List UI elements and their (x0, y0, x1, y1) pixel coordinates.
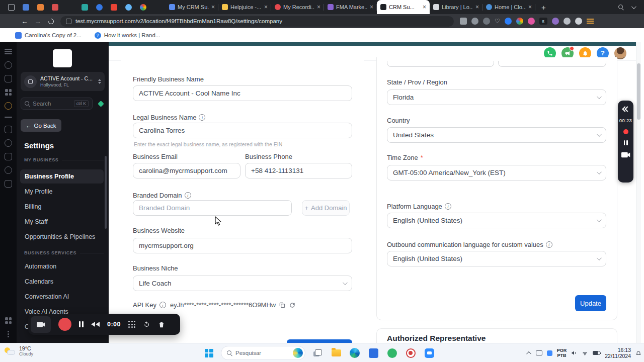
pinned-tab-icon-8[interactable] (125, 4, 132, 11)
battery-icon[interactable] (593, 351, 600, 355)
sidebar-item-opportunities-pipelines[interactable]: Opportunities & Pipelines (20, 230, 104, 244)
extension-icon-2[interactable] (505, 18, 512, 25)
update-button-left[interactable] (287, 339, 352, 343)
reload-button[interactable] (44, 19, 57, 24)
sidebar-item-calendars[interactable]: Calendars (20, 275, 104, 289)
add-domain-button[interactable]: Add Domain (302, 200, 350, 216)
rail-circle-icon[interactable] (5, 61, 12, 69)
rail-profile-icon[interactable] (5, 102, 12, 110)
back-button[interactable] (18, 18, 31, 25)
rail-media-icon[interactable] (5, 126, 12, 133)
pause-recording-icon[interactable] (624, 140, 628, 145)
zoom-app-button[interactable] (423, 346, 436, 359)
rail-box-icon[interactable] (5, 153, 12, 160)
restart-recording-icon[interactable] (143, 321, 150, 328)
sidebar-item-conversation-ai[interactable]: Conversation AI (20, 290, 104, 304)
browser-tab-1[interactable]: My CRM Su... (166, 0, 218, 14)
pause-button[interactable] (79, 321, 84, 327)
go-back-button[interactable]: Go Back (21, 119, 61, 132)
business-niche-select[interactable]: Life Coach (133, 276, 352, 291)
rewind-button[interactable] (91, 322, 100, 327)
start-button[interactable] (202, 346, 215, 359)
app-button-blue[interactable] (367, 346, 380, 359)
rail-doc-icon[interactable] (5, 180, 12, 188)
rail-clock-icon[interactable] (5, 139, 12, 147)
sidebar-item-business-profile[interactable]: Business Profile (20, 169, 104, 184)
extension-ft-badge-icon[interactable] (539, 18, 547, 25)
state-select[interactable]: Florida (387, 89, 606, 105)
taskbar-clock[interactable]: 16:13 22/11/2024 (605, 347, 631, 359)
pinned-tab-icon-6[interactable] (96, 4, 103, 11)
collapse-widget-icon[interactable] (623, 107, 629, 112)
forward-button[interactable] (31, 18, 44, 25)
info-icon[interactable] (159, 302, 166, 308)
friendly-name-input[interactable]: ACTIVE Account - Cool Name Inc (133, 85, 352, 101)
extension-icon-3[interactable] (516, 18, 523, 25)
tab-close-icon[interactable] (211, 4, 215, 10)
account-switcher[interactable]: ACTIVE Account - C... Hollywood, FL (21, 72, 105, 91)
browser-tab-6[interactable]: Library | Lo... (430, 0, 482, 14)
volume-icon[interactable] (571, 350, 577, 356)
site-info-icon[interactable] (66, 19, 71, 24)
rail-menu-icon[interactable] (5, 48, 12, 55)
update-button[interactable]: Update (575, 295, 606, 311)
sidebar-search-input[interactable]: Search ctrl K (21, 98, 93, 110)
rail-gear-icon[interactable] (5, 166, 12, 174)
country-select[interactable]: United States (387, 127, 606, 143)
pinned-tab-icon-2[interactable] (23, 4, 29, 11)
rail-apps-icon[interactable] (5, 88, 12, 96)
sidebar-item-my-profile[interactable]: My Profile (20, 185, 104, 199)
rail-dash-icon[interactable] (5, 116, 12, 120)
sidebar-item-automation[interactable]: Automation (20, 259, 104, 274)
tab-list-caret-icon[interactable] (631, 4, 636, 9)
tray-expand-icon[interactable] (526, 351, 531, 356)
browser-tab-2[interactable]: Helpjuice -... (218, 0, 271, 14)
info-icon[interactable] (199, 114, 205, 121)
info-icon[interactable] (546, 241, 552, 248)
profile-icon[interactable] (575, 18, 582, 25)
pinned-tab-monitor-icon[interactable] (8, 4, 15, 11)
camera-icon[interactable] (621, 151, 630, 158)
info-icon[interactable] (445, 203, 451, 210)
tab-close-icon[interactable] (475, 4, 479, 10)
branded-domain-input[interactable]: Branded Domain (133, 200, 292, 216)
save-page-icon[interactable] (460, 18, 467, 25)
favorites-heart-icon[interactable] (495, 18, 500, 24)
tab-close-icon[interactable] (317, 4, 320, 10)
bookmark-item-2[interactable]: How it works | Rand... (95, 32, 160, 39)
extension-icon-4[interactable] (528, 18, 535, 25)
rail-chat-icon[interactable] (5, 75, 12, 82)
info-icon[interactable] (185, 192, 191, 199)
pinned-tab-icon-9[interactable] (140, 4, 146, 11)
timezone-select[interactable]: GMT-05:00 America/New_York (EST) (387, 165, 606, 180)
browser-tab-7[interactable]: Home | Clo... (482, 0, 535, 14)
sidebar-item-billing[interactable]: Billing (20, 200, 104, 214)
pinned-tab-gmail-icon[interactable] (111, 4, 117, 11)
extension-icon-5[interactable] (552, 18, 559, 25)
tab-close-icon[interactable] (264, 4, 268, 10)
trash-icon[interactable] (158, 321, 165, 328)
business-phone-input[interactable]: +58 412-1113131 (245, 163, 352, 178)
browser-tab-active[interactable]: CRM Su... (377, 0, 430, 14)
language-switcher[interactable]: POR PTB (557, 348, 567, 358)
sidebar-scrollbar-thumb[interactable] (105, 156, 107, 229)
tab-search-icon[interactable] (618, 3, 623, 12)
record-dot-icon[interactable] (623, 129, 628, 134)
stop-record-button[interactable] (58, 318, 71, 331)
tab-close-icon[interactable] (528, 4, 532, 10)
task-view-button[interactable] (311, 346, 324, 359)
recorder-app-button[interactable] (404, 346, 417, 359)
screenshot-icon[interactable] (471, 18, 478, 25)
pinned-tab-icon-4[interactable] (52, 4, 58, 11)
bookmark-item-1[interactable]: Carolina's Copy of 2... (15, 32, 82, 39)
notifications-icon[interactable] (635, 350, 641, 356)
browser-tab-4[interactable]: FMA Marke... (324, 0, 377, 14)
postal-code-input-partial[interactable] (498, 61, 606, 67)
drag-grid-icon[interactable] (128, 321, 135, 328)
outbound-language-select[interactable]: English (United States) (387, 251, 606, 266)
pinned-tab-icon-5[interactable] (82, 4, 88, 11)
extension-icon-1[interactable] (483, 18, 490, 25)
new-tab-button[interactable] (541, 3, 546, 12)
refresh-icon[interactable] (289, 302, 296, 309)
tab-close-icon[interactable] (423, 4, 426, 10)
